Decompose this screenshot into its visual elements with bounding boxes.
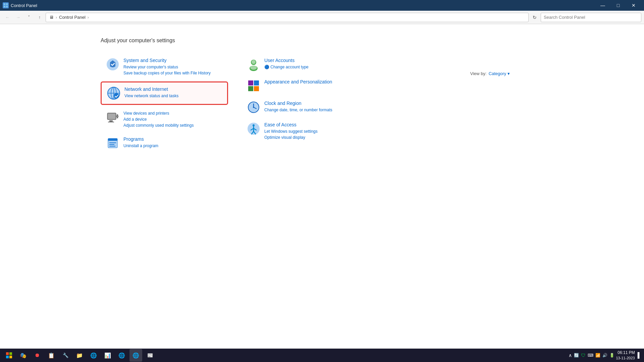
category-hardware-sound[interactable]: View devices and printers Add a device A… — [101, 106, 228, 132]
taskbar-record[interactable]: ⏺ — [31, 349, 44, 362]
taskbar-folder[interactable]: 📁 — [73, 349, 86, 362]
view-by: View by: Category ▾ — [470, 71, 510, 76]
left-column: System and Security Review your computer… — [101, 54, 228, 154]
taskbar-news[interactable]: 📰 — [144, 349, 156, 362]
ease-of-access-icon — [247, 122, 260, 135]
address-path-icon: 🖥 — [49, 15, 54, 20]
svg-rect-43 — [6, 356, 9, 358]
svg-rect-18 — [108, 138, 117, 141]
network-internet-title[interactable]: Network and Internet — [124, 86, 222, 92]
svg-point-35 — [253, 124, 255, 126]
address-field[interactable]: 🖥 › Control Panel › — [46, 13, 529, 22]
tray-battery[interactable]: 🔋 — [609, 353, 614, 358]
svg-point-14 — [116, 115, 118, 117]
window-controls: — □ ✕ — [595, 0, 641, 11]
ease-of-access-sub1[interactable]: Let Windows suggest settings — [264, 128, 364, 134]
taskbar-chrome2[interactable]: 🌐 — [115, 349, 128, 362]
clock-region-sub1[interactable]: Change date, time, or number formats — [264, 107, 364, 113]
ease-of-access-title[interactable]: Ease of Access — [264, 122, 364, 127]
start-button[interactable] — [3, 349, 15, 362]
user-accounts-title[interactable]: User Accounts — [264, 58, 364, 63]
close-button[interactable]: ✕ — [626, 0, 641, 11]
clock-region-icon — [247, 101, 260, 114]
tray-up-arrow[interactable]: ∧ — [569, 353, 572, 358]
user-accounts-icon — [247, 58, 260, 71]
svg-rect-21 — [109, 146, 115, 146]
hardware-sub3[interactable]: Adjust commonly used mobility settings — [123, 122, 223, 128]
taskbar-chrome1[interactable]: 🌐 — [87, 349, 100, 362]
svg-point-24 — [252, 60, 256, 64]
programs-icon — [106, 136, 119, 150]
search-input[interactable] — [541, 13, 641, 22]
taskbar-chrome3[interactable]: 🌐 — [129, 349, 142, 362]
tray-wifi[interactable]: 📶 — [595, 353, 600, 358]
maximize-button[interactable]: □ — [610, 0, 626, 11]
svg-rect-19 — [109, 142, 116, 143]
svg-rect-1 — [6, 3, 8, 5]
svg-rect-28 — [248, 86, 253, 91]
user-accounts-text: User Accounts 🔵 Change account type — [264, 58, 364, 70]
address-bar: ← → ˅ ↑ 🖥 › Control Panel › ↻ — [0, 11, 644, 24]
address-separator: › — [56, 15, 57, 20]
refresh-button[interactable]: ↻ — [530, 13, 539, 22]
taskbar-tool[interactable]: 🔧 — [59, 349, 72, 362]
category-appearance[interactable]: Appearance and Personalization — [241, 75, 369, 97]
address-separator2: › — [88, 15, 89, 20]
tray-volume[interactable]: 🔊 — [602, 353, 607, 358]
ease-of-access-text: Ease of Access Let Windows suggest setti… — [264, 122, 364, 140]
view-by-dropdown[interactable]: Category ▾ — [489, 71, 510, 76]
network-internet-text: Network and Internet View network status… — [124, 86, 222, 99]
up-button[interactable]: ↑ — [35, 13, 44, 22]
category-ease-of-access[interactable]: Ease of Access Let Windows suggest setti… — [241, 118, 369, 144]
tray-security[interactable]: 🛡 — [581, 353, 586, 358]
category-system-security[interactable]: System and Security Review your computer… — [101, 54, 228, 80]
svg-rect-3 — [6, 6, 8, 7]
appearance-title[interactable]: Appearance and Personalization — [264, 79, 364, 84]
ease-of-access-sub2[interactable]: Optimize visual display — [264, 134, 364, 140]
svg-rect-27 — [254, 80, 259, 85]
svg-rect-2 — [4, 6, 5, 7]
tray-keyboard[interactable]: ⌨ — [588, 353, 593, 358]
show-desktop-button[interactable]: ▌ — [638, 352, 641, 358]
window-title: Control Panel — [11, 3, 595, 8]
programs-sub1[interactable]: Uninstall a program — [123, 143, 223, 149]
system-security-icon — [106, 58, 119, 71]
svg-rect-42 — [9, 352, 12, 355]
recent-locations-button[interactable]: ˅ — [24, 13, 34, 22]
programs-text: Programs Uninstall a program — [123, 136, 223, 149]
category-clock-region[interactable]: Clock and Region Change date, time, or n… — [241, 97, 369, 118]
titlebar: Control Panel — □ ✕ — [0, 0, 644, 11]
system-security-text: System and Security Review your computer… — [123, 58, 223, 76]
taskbar-clip[interactable]: 📋 — [45, 349, 58, 362]
tray-update[interactable]: 🔄 — [574, 353, 579, 358]
programs-title[interactable]: Programs — [123, 136, 223, 142]
system-security-sub2[interactable]: Save backup copies of your files with Fi… — [123, 70, 223, 76]
svg-rect-29 — [254, 86, 259, 91]
user-accounts-sub1[interactable]: 🔵 Change account type — [264, 64, 364, 70]
category-network-internet[interactable]: Network and Internet View network status… — [102, 82, 227, 104]
category-user-accounts[interactable]: User Accounts 🔵 Change account type — [241, 54, 369, 75]
system-security-sub1[interactable]: Review your computer's status — [123, 64, 223, 70]
system-tray: ∧ 🔄 🛡 ⌨ 📶 🔊 🔋 — [569, 353, 614, 358]
address-path-item: Control Panel — [59, 15, 86, 20]
taskbar-excel[interactable]: 📊 — [101, 349, 114, 362]
hardware-sub2[interactable]: Add a device — [123, 116, 223, 122]
system-security-title[interactable]: System and Security — [123, 58, 223, 63]
appearance-text: Appearance and Personalization — [264, 79, 364, 85]
network-internet-sub1[interactable]: View network status and tasks — [124, 93, 222, 99]
hardware-sub1[interactable]: View devices and printers — [123, 110, 223, 116]
minimize-button[interactable]: — — [595, 0, 610, 11]
svg-rect-15 — [109, 120, 113, 122]
category-programs[interactable]: Programs Uninstall a program — [101, 132, 228, 154]
taskbar-search[interactable]: 🎭 — [17, 349, 30, 362]
taskbar-clock: 06:11 PM 13-11-2023 ▌ — [616, 350, 641, 361]
svg-rect-26 — [248, 80, 253, 85]
back-button[interactable]: ← — [3, 13, 12, 22]
clock-region-title[interactable]: Clock and Region — [264, 101, 364, 106]
appearance-icon — [247, 79, 260, 93]
main-content: Adjust your computer's settings View by:… — [0, 24, 644, 311]
page-title: Adjust your computer's settings — [101, 38, 644, 44]
taskbar-time-display: 06:11 PM — [616, 350, 635, 356]
svg-point-10 — [114, 93, 119, 99]
forward-button[interactable]: → — [13, 13, 23, 22]
